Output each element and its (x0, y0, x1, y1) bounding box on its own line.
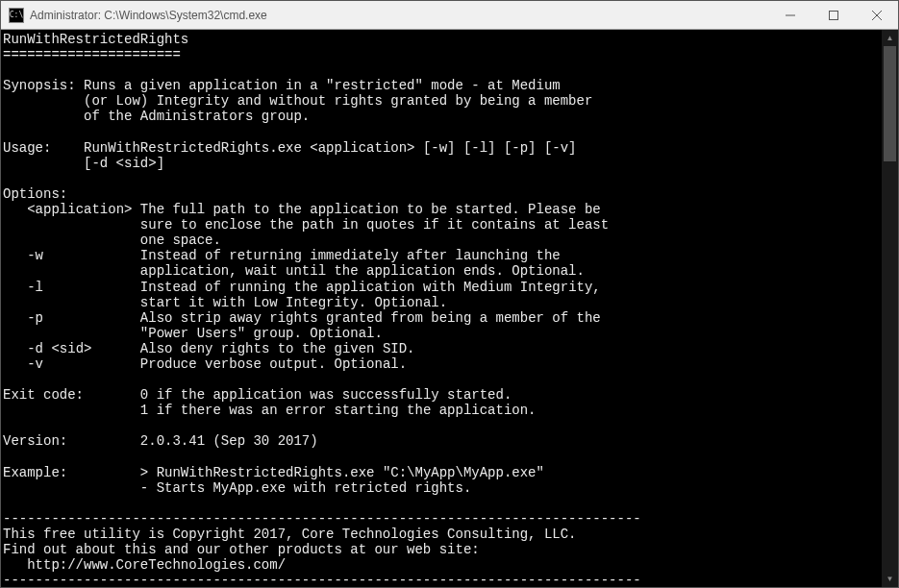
version-label: Version: (3, 433, 67, 449)
opt-p-l2: "Power Users" group. Optional. (140, 326, 383, 341)
usage-label: Usage: (3, 140, 51, 156)
client-area: RunWithRestrictedRights ================… (1, 30, 898, 587)
opt-d-l1: Also deny rights to the given SID. (140, 341, 415, 356)
opt-w-flag: -w (27, 248, 43, 263)
synopsis-label: Synopsis: (3, 78, 76, 93)
synopsis-l3: of the Administrators group. (84, 109, 310, 124)
options-label: Options: (3, 186, 67, 202)
titlebar[interactable]: C:\ Administrator: C:\Windows\System32\c… (1, 1, 898, 30)
close-icon (872, 11, 882, 20)
exitcode-label: Exit code: (3, 387, 84, 403)
copyright-l1: This free utility is Copyright 2017, Cor… (3, 527, 577, 542)
scrollbar-track[interactable] (882, 46, 898, 571)
dashline-bottom: ----------------------------------------… (3, 573, 641, 587)
copyright-l2: Find out about this and our other produc… (3, 542, 480, 557)
window-title: Administrator: C:\Windows\System32\cmd.e… (30, 9, 768, 22)
opt-application-l3: one space. (140, 233, 221, 248)
opt-application-l2: sure to enclose the path in quotes if it… (140, 217, 609, 233)
minimize-button[interactable] (768, 1, 812, 30)
opt-application-flag: <application> (27, 202, 132, 217)
exitcode-l1: 0 if the application was successfully st… (140, 387, 512, 403)
heading: RunWithRestrictedRights (3, 32, 188, 47)
cmd-window: C:\ Administrator: C:\Windows\System32\c… (0, 0, 899, 588)
usage-l1: RunWithRestrictedRights.exe <application… (84, 140, 576, 156)
opt-v-l1: Produce verbose output. Optional. (140, 356, 407, 372)
synopsis-l1: Runs a given application in a "restricte… (84, 78, 561, 93)
scroll-up-arrow-icon[interactable]: ▲ (882, 30, 898, 46)
opt-application-l1: The full path to the application to be s… (140, 202, 601, 217)
usage-l2: [-d <sid>] (84, 156, 164, 171)
example-l2: - Starts MyApp.exe with retricted rights… (140, 480, 471, 496)
synopsis-l2: (or Low) Integrity and without rights gr… (84, 93, 592, 109)
maximize-icon (829, 11, 838, 20)
scroll-down-arrow-icon[interactable]: ▼ (882, 571, 898, 587)
scrollbar-thumb[interactable] (884, 46, 896, 161)
vertical-scrollbar[interactable]: ▲ ▼ (882, 30, 898, 587)
minimize-icon (786, 11, 795, 20)
exitcode-l2: 1 if there was an error starting the app… (140, 403, 537, 418)
opt-d-flag: -d <sid> (27, 341, 91, 356)
version-value: 2.0.3.41 (Sep 30 2017) (140, 433, 318, 449)
opt-l-flag: -l (27, 280, 43, 295)
maximize-button[interactable] (812, 1, 855, 30)
opt-w-l2: application, wait until the application … (140, 263, 585, 279)
opt-w-l1: Instead of returning immediately after l… (140, 248, 561, 263)
console-output[interactable]: RunWithRestrictedRights ================… (1, 30, 882, 587)
dashline-top: ----------------------------------------… (3, 511, 641, 527)
heading-underline: ====================== (3, 47, 181, 62)
opt-p-flag: -p (27, 310, 43, 326)
opt-v-flag: -v (27, 356, 43, 372)
svg-rect-1 (829, 11, 837, 19)
opt-l-l1: Instead of running the application with … (140, 280, 601, 295)
example-label: Example: (3, 465, 67, 480)
app-icon: C:\ (9, 8, 24, 23)
example-l1: > RunWithRestrictedRights.exe "C:\MyApp\… (140, 465, 544, 480)
copyright-l3: http://www.CoreTechnologies.com/ (3, 557, 286, 573)
close-button[interactable] (855, 1, 898, 30)
opt-l-l2: start it with Low Integrity. Optional. (140, 295, 447, 310)
opt-p-l1: Also strip away rights granted from bein… (140, 310, 601, 326)
